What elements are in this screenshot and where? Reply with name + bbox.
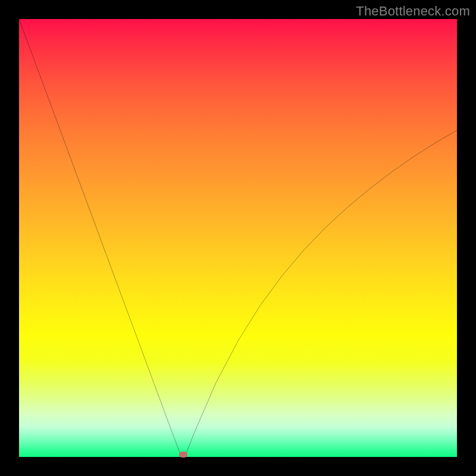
plot-area — [19, 19, 457, 457]
curve-svg — [19, 19, 457, 457]
bottleneck-curve — [19, 19, 457, 455]
optimum-marker — [179, 452, 187, 458]
watermark: TheBottleneck.com — [356, 4, 470, 19]
chart-frame: TheBottleneck.com — [0, 0, 476, 476]
